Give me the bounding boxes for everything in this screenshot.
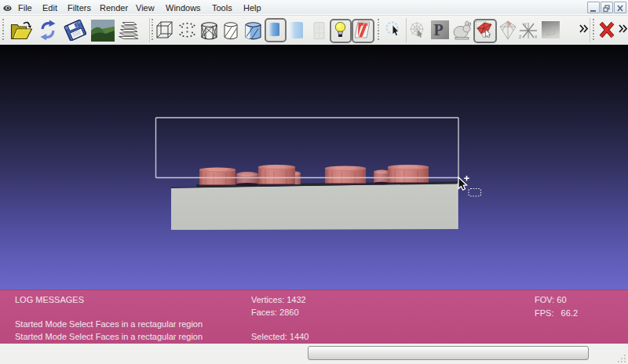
- svg-text:P: P: [434, 21, 444, 38]
- svg-text:Y: Y: [524, 22, 528, 27]
- svg-text:X: X: [535, 35, 538, 39]
- svg-text:Z: Z: [519, 35, 521, 39]
